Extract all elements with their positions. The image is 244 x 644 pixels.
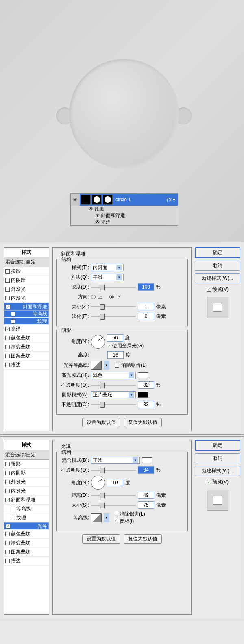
style-satin[interactable]: 光泽: [4, 325, 49, 334]
checkbox[interactable]: [5, 296, 10, 300]
style-inner-shadow[interactable]: 内阴影: [4, 469, 49, 478]
style-stroke[interactable]: 描边: [4, 361, 49, 370]
checkbox[interactable]: [5, 345, 10, 349]
layer-row[interactable]: 👁 circle 1 ƒx ▾: [71, 194, 178, 206]
style-bevel[interactable]: 斜面和浮雕: [4, 303, 49, 310]
eye-icon[interactable]: 👁: [95, 219, 99, 225]
checkbox[interactable]: [11, 312, 15, 316]
ok-button[interactable]: 确定: [195, 247, 240, 258]
angle-dial[interactable]: [91, 335, 105, 349]
chevron-down-icon[interactable]: ▼: [104, 513, 109, 522]
blend-mode-select[interactable]: 正常▼: [91, 457, 140, 464]
checkbox[interactable]: [5, 480, 10, 484]
highlight-color[interactable]: [138, 372, 148, 378]
style-drop-shadow[interactable]: 投影: [4, 267, 49, 276]
depth-slider[interactable]: [91, 287, 136, 288]
antialias-checkbox[interactable]: [114, 511, 118, 515]
shadow-opacity-slider[interactable]: [91, 404, 136, 405]
angle-input[interactable]: 19: [107, 479, 123, 486]
shadow-mode-select[interactable]: 正片叠底▼: [91, 391, 136, 398]
style-stroke[interactable]: 描边: [4, 557, 49, 566]
set-default-button[interactable]: 设置为默认值: [82, 534, 120, 544]
angle-dial[interactable]: [91, 476, 105, 490]
new-style-button[interactable]: 新建样式(W)...: [195, 273, 240, 283]
checkbox[interactable]: [5, 550, 10, 554]
antialias-checkbox[interactable]: [115, 363, 119, 368]
checkbox[interactable]: [11, 507, 15, 511]
angle-input[interactable]: 56: [107, 334, 123, 342]
checkbox[interactable]: [5, 363, 10, 367]
style-inner-glow[interactable]: 内发光: [4, 294, 49, 303]
highlight-mode-select[interactable]: 滤色▼: [91, 372, 136, 379]
soften-input[interactable]: 0: [138, 313, 154, 320]
checkbox[interactable]: [5, 532, 10, 536]
layer-thumb[interactable]: [81, 195, 91, 205]
checkbox[interactable]: [5, 471, 10, 475]
style-color-overlay[interactable]: 颜色叠加: [4, 334, 49, 343]
shadow-color[interactable]: [138, 392, 148, 398]
checkbox[interactable]: [5, 269, 10, 274]
cancel-button[interactable]: 取消: [195, 261, 240, 271]
checkbox[interactable]: [5, 489, 10, 493]
style-inner-shadow[interactable]: 内阴影: [4, 276, 49, 285]
checkbox[interactable]: [6, 305, 10, 309]
style-texture[interactable]: 纹理: [4, 513, 49, 522]
checkbox[interactable]: [5, 498, 10, 502]
checkbox[interactable]: [5, 462, 10, 466]
technique-select[interactable]: 平滑▼: [91, 274, 124, 281]
checkbox[interactable]: [5, 278, 10, 283]
preview-checkbox[interactable]: [207, 287, 211, 292]
highlight-opacity-input[interactable]: 82: [138, 381, 154, 389]
style-drop-shadow[interactable]: 投影: [4, 460, 49, 469]
visibility-eye-icon[interactable]: 👁: [71, 194, 80, 206]
global-light-checkbox[interactable]: [107, 344, 111, 348]
reset-default-button[interactable]: 复位为默认值: [124, 534, 162, 544]
style-outer-glow[interactable]: 外发光: [4, 285, 49, 294]
style-inner-glow[interactable]: 内发光: [4, 487, 49, 496]
style-pat-overlay[interactable]: 图案叠加: [4, 352, 49, 361]
checkbox[interactable]: [11, 319, 15, 324]
blend-options[interactable]: 混合选项:自定: [4, 257, 49, 267]
style-color-overlay[interactable]: 颜色叠加: [4, 530, 49, 539]
size-slider[interactable]: [91, 505, 136, 506]
fx-icon[interactable]: ƒx ▾: [166, 197, 175, 202]
checkbox[interactable]: [6, 524, 10, 529]
altitude-input[interactable]: 16: [107, 351, 124, 359]
style-bevel[interactable]: 斜面和浮雕: [4, 496, 49, 505]
eye-icon[interactable]: 👁: [89, 206, 93, 212]
mask-thumb-2[interactable]: [103, 195, 113, 205]
mask-thumb[interactable]: [92, 195, 102, 205]
checkbox[interactable]: [5, 336, 10, 340]
size-input[interactable]: 1: [138, 303, 154, 310]
checkbox[interactable]: [5, 541, 10, 545]
opacity-input[interactable]: 34: [138, 466, 154, 474]
distance-slider[interactable]: [91, 495, 136, 496]
checkbox[interactable]: [11, 516, 15, 520]
checkbox[interactable]: [5, 559, 10, 563]
preview-checkbox[interactable]: [207, 480, 211, 484]
invert-checkbox[interactable]: [114, 518, 118, 522]
ok-button[interactable]: 确定: [195, 440, 240, 451]
cancel-button[interactable]: 取消: [195, 453, 240, 463]
style-satin[interactable]: 光泽: [4, 522, 49, 530]
shadow-opacity-input[interactable]: 33: [138, 401, 154, 408]
size-input[interactable]: 75: [138, 501, 154, 509]
dir-down-radio[interactable]: [109, 295, 114, 299]
highlight-opacity-slider[interactable]: [91, 385, 136, 386]
depth-input[interactable]: 100: [138, 283, 154, 291]
chevron-down-icon[interactable]: ▼: [104, 361, 109, 370]
checkbox[interactable]: [5, 287, 10, 292]
blend-options[interactable]: 混合选项:自定: [4, 450, 49, 460]
contour-picker[interactable]: [91, 513, 102, 522]
checkbox[interactable]: [5, 354, 10, 358]
style-contour[interactable]: 等高线: [4, 310, 49, 318]
style-texture[interactable]: 纹理: [4, 318, 49, 325]
style-outer-glow[interactable]: 外发光: [4, 478, 49, 487]
style-select[interactable]: 内斜面▼: [91, 264, 124, 271]
size-slider[interactable]: [91, 306, 136, 307]
reset-default-button[interactable]: 复位为默认值: [124, 418, 162, 427]
opacity-slider[interactable]: [91, 470, 136, 471]
style-grad-overlay[interactable]: 渐变叠加: [4, 539, 49, 548]
satin-color[interactable]: [142, 457, 152, 463]
new-style-button[interactable]: 新建样式(W)...: [195, 466, 240, 476]
